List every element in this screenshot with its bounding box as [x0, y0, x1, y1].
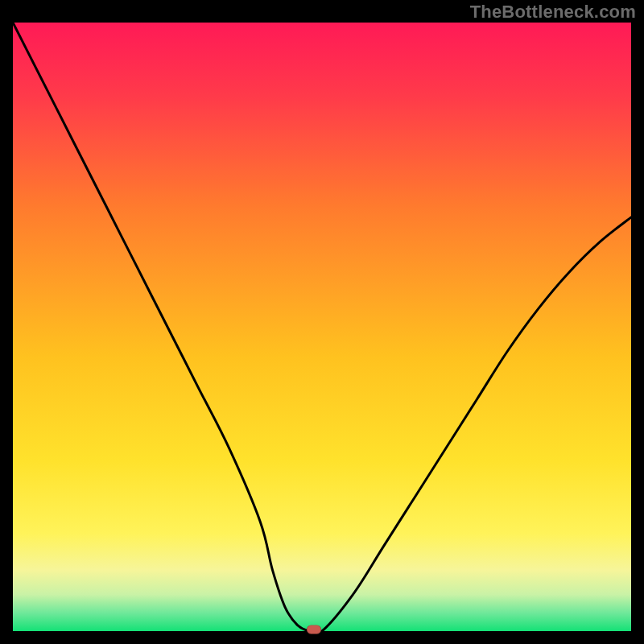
plot-area: [13, 23, 631, 631]
gradient-fill: [13, 23, 631, 631]
watermark-text: TheBottleneck.com: [470, 2, 636, 23]
optimum-marker: [307, 625, 321, 634]
chart-frame: TheBottleneck.com: [0, 0, 644, 644]
gradient-plot: [13, 23, 631, 631]
